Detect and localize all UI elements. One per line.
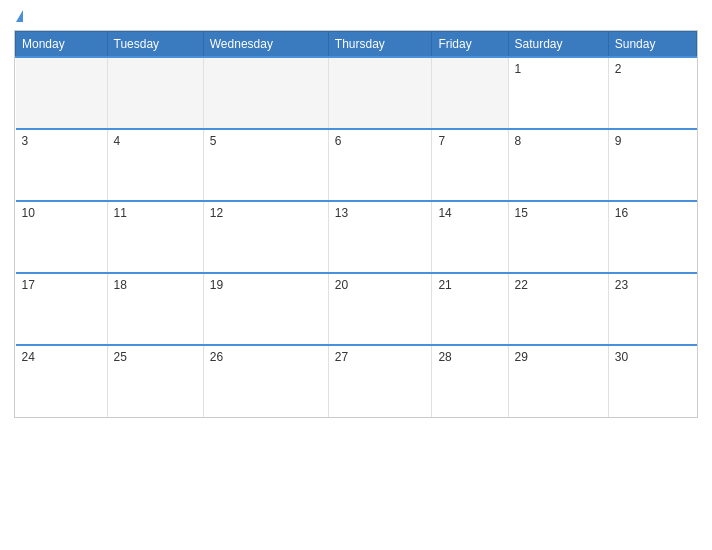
day-number: 30: [615, 350, 628, 364]
day-number: 20: [335, 278, 348, 292]
day-number: 6: [335, 134, 342, 148]
calendar-day-cell: 14: [432, 201, 508, 273]
day-number: 3: [22, 134, 29, 148]
day-number: 7: [438, 134, 445, 148]
calendar-day-cell: 2: [608, 57, 696, 129]
day-number: 2: [615, 62, 622, 76]
calendar-week-row: 3456789: [16, 129, 697, 201]
calendar-week-row: 17181920212223: [16, 273, 697, 345]
calendar-day-cell: 16: [608, 201, 696, 273]
calendar-day-cell: 17: [16, 273, 108, 345]
logo-triangle-icon: [16, 10, 23, 22]
calendar-day-cell: 26: [203, 345, 328, 417]
calendar-day-cell: 9: [608, 129, 696, 201]
weekday-cell: Saturday: [508, 32, 608, 58]
calendar-day-cell: 8: [508, 129, 608, 201]
calendar-day-cell: 24: [16, 345, 108, 417]
weekday-cell: Thursday: [328, 32, 432, 58]
calendar-day-cell: 3: [16, 129, 108, 201]
weekday-cell: Monday: [16, 32, 108, 58]
calendar-day-cell: 20: [328, 273, 432, 345]
day-number: 11: [114, 206, 127, 220]
calendar-day-cell: 18: [107, 273, 203, 345]
calendar-day-cell: [203, 57, 328, 129]
calendar-day-cell: 27: [328, 345, 432, 417]
calendar-day-cell: 1: [508, 57, 608, 129]
calendar-day-cell: 11: [107, 201, 203, 273]
calendar-container: MondayTuesdayWednesdayThursdayFridaySatu…: [14, 30, 698, 418]
calendar-day-cell: 4: [107, 129, 203, 201]
day-number: 23: [615, 278, 628, 292]
day-number: 12: [210, 206, 223, 220]
calendar-week-row: 10111213141516: [16, 201, 697, 273]
calendar-day-cell: 29: [508, 345, 608, 417]
logo: [14, 10, 24, 22]
weekday-cell: Sunday: [608, 32, 696, 58]
calendar-day-cell: 15: [508, 201, 608, 273]
calendar-day-cell: [328, 57, 432, 129]
day-number: 10: [22, 206, 35, 220]
day-number: 19: [210, 278, 223, 292]
day-number: 4: [114, 134, 121, 148]
day-number: 9: [615, 134, 622, 148]
day-number: 24: [22, 350, 35, 364]
calendar-day-cell: 22: [508, 273, 608, 345]
calendar-day-cell: 13: [328, 201, 432, 273]
calendar-day-cell: 12: [203, 201, 328, 273]
day-number: 15: [515, 206, 528, 220]
calendar-week-row: 24252627282930: [16, 345, 697, 417]
weekday-cell: Friday: [432, 32, 508, 58]
day-number: 14: [438, 206, 451, 220]
calendar-day-cell: 5: [203, 129, 328, 201]
day-number: 18: [114, 278, 127, 292]
day-number: 17: [22, 278, 35, 292]
calendar-day-cell: 21: [432, 273, 508, 345]
header: [14, 10, 698, 22]
weekday-cell: Wednesday: [203, 32, 328, 58]
calendar-day-cell: 19: [203, 273, 328, 345]
calendar-table: MondayTuesdayWednesdayThursdayFridaySatu…: [15, 31, 697, 417]
day-number: 21: [438, 278, 451, 292]
calendar-header: MondayTuesdayWednesdayThursdayFridaySatu…: [16, 32, 697, 58]
day-number: 8: [515, 134, 522, 148]
day-number: 5: [210, 134, 217, 148]
calendar-day-cell: 6: [328, 129, 432, 201]
calendar-day-cell: 25: [107, 345, 203, 417]
day-number: 27: [335, 350, 348, 364]
calendar-day-cell: 28: [432, 345, 508, 417]
day-number: 25: [114, 350, 127, 364]
calendar-week-row: 12: [16, 57, 697, 129]
calendar-day-cell: [432, 57, 508, 129]
day-number: 29: [515, 350, 528, 364]
calendar-day-cell: [107, 57, 203, 129]
weekday-cell: Tuesday: [107, 32, 203, 58]
calendar-body: 1234567891011121314151617181920212223242…: [16, 57, 697, 417]
logo-general: [14, 10, 24, 22]
day-number: 16: [615, 206, 628, 220]
day-number: 13: [335, 206, 348, 220]
calendar-day-cell: 7: [432, 129, 508, 201]
day-number: 1: [515, 62, 522, 76]
day-number: 26: [210, 350, 223, 364]
calendar-day-cell: 10: [16, 201, 108, 273]
day-number: 22: [515, 278, 528, 292]
weekday-header-row: MondayTuesdayWednesdayThursdayFridaySatu…: [16, 32, 697, 58]
calendar-day-cell: 30: [608, 345, 696, 417]
calendar-day-cell: [16, 57, 108, 129]
day-number: 28: [438, 350, 451, 364]
calendar-day-cell: 23: [608, 273, 696, 345]
calendar-page: MondayTuesdayWednesdayThursdayFridaySatu…: [0, 0, 712, 550]
